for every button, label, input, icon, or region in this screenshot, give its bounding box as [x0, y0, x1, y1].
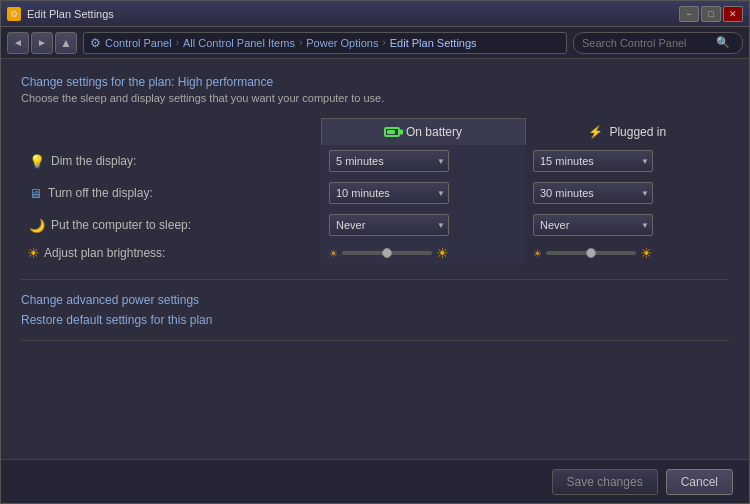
turnoff-label: 🖥 Turn off the display: — [29, 186, 313, 201]
battery-header-inner: On battery — [330, 125, 517, 139]
sleep-battery-select-wrap: Never 15 minutes 30 minutes ▼ — [329, 214, 449, 236]
turnoff-battery-cell: 10 minutes 15 minutes 30 minutes Never ▼ — [321, 177, 525, 209]
breadcrumb-icon: ⚙ — [90, 36, 101, 50]
table-row: ☀ Adjust plan brightness: ☀ ☀ ☀ — [21, 241, 729, 265]
nav-buttons: ◄ ► ▲ — [7, 32, 77, 54]
breadcrumb-item-1[interactable]: Control Panel — [105, 37, 172, 49]
breadcrumb-item-4: Edit Plan Settings — [390, 37, 477, 49]
breadcrumb-sep-1: › — [176, 37, 179, 48]
close-button[interactable]: ✕ — [723, 6, 743, 22]
title-bar: ⚙ Edit Plan Settings − □ ✕ — [1, 1, 749, 27]
brightness-plugged-track — [546, 251, 636, 255]
up-button[interactable]: ▲ — [55, 32, 77, 54]
breadcrumb-item-2[interactable]: All Control Panel Items — [183, 37, 295, 49]
brightness-battery-cell: ☀ ☀ — [321, 241, 525, 265]
brightness-battery-track — [342, 251, 432, 255]
dim-display-plugged-cell: 15 minutes 30 minutes Never ▼ — [525, 145, 729, 177]
plan-subtitle2: Choose the sleep and display settings th… — [21, 92, 729, 104]
dim-display-battery-select[interactable]: 5 minutes 10 minutes 15 minutes Never — [329, 150, 449, 172]
dim-display-text: Dim the display: — [51, 154, 136, 168]
search-box: 🔍 — [573, 32, 743, 54]
brightness-battery-thumb[interactable] — [382, 248, 392, 258]
forward-button[interactable]: ► — [31, 32, 53, 54]
battery-icon — [384, 127, 400, 137]
pluggedin-header-label: Plugged in — [609, 125, 666, 139]
pluggedin-header-inner: ⚡ Plugged in — [534, 125, 722, 139]
table-row: 🖥 Turn off the display: 10 minutes 15 mi… — [21, 177, 729, 209]
footer: Save changes Cancel — [1, 459, 749, 503]
brightness-label: ☀ Adjust plan brightness: — [27, 245, 315, 261]
sleep-label: 🌙 Put the computer to sleep: — [29, 218, 313, 233]
brightness-label-cell: ☀ Adjust plan brightness: — [21, 241, 321, 265]
dim-display-plugged-select-wrap: 15 minutes 30 minutes Never ▼ — [533, 150, 653, 172]
turnoff-plugged-select[interactable]: 30 minutes Never — [533, 182, 653, 204]
brightness-plugged-slider: ☀ ☀ — [533, 245, 653, 261]
brightness-battery-slider: ☀ ☀ — [329, 245, 449, 261]
links-section: Change advanced power settings Restore d… — [21, 279, 729, 341]
dim-display-battery-select-wrap: 5 minutes 10 minutes 15 minutes Never ▼ — [329, 150, 449, 172]
table-row: 🌙 Put the computer to sleep: Never 15 mi… — [21, 209, 729, 241]
breadcrumb-sep-2: › — [299, 37, 302, 48]
dim-display-battery-cell: 5 minutes 10 minutes 15 minutes Never ▼ — [321, 145, 525, 177]
main-content: Change settings for the plan: High perfo… — [1, 59, 749, 459]
search-icon: 🔍 — [716, 36, 730, 49]
window-icon: ⚙ — [7, 7, 21, 21]
sleep-label-cell: 🌙 Put the computer to sleep: — [21, 209, 321, 241]
brightness-plugged-min-icon: ☀ — [533, 248, 542, 259]
brightness-plugged-thumb[interactable] — [586, 248, 596, 258]
title-bar-left: ⚙ Edit Plan Settings — [7, 7, 114, 21]
brightness-plugged-cell: ☀ ☀ — [525, 241, 729, 265]
minimize-button[interactable]: − — [679, 6, 699, 22]
plan-subtitle: Change settings for the plan: High perfo… — [21, 75, 729, 89]
sleep-battery-cell: Never 15 minutes 30 minutes ▼ — [321, 209, 525, 241]
header-empty — [21, 119, 321, 146]
table-header-row: On battery ⚡ Plugged in — [21, 119, 729, 146]
turnoff-battery-select-wrap: 10 minutes 15 minutes 30 minutes Never ▼ — [329, 182, 449, 204]
maximize-button[interactable]: □ — [701, 6, 721, 22]
restore-defaults-link[interactable]: Restore default settings for this plan — [21, 310, 729, 330]
battery-header-label: On battery — [406, 125, 462, 139]
window-title: Edit Plan Settings — [27, 8, 114, 20]
pluggedin-header-cell: ⚡ Plugged in — [525, 119, 729, 146]
sleep-plugged-select[interactable]: Never 30 minutes — [533, 214, 653, 236]
brightness-icon: ☀ — [27, 245, 40, 261]
settings-table: On battery ⚡ Plugged in 💡 Dim the displa… — [21, 118, 729, 265]
breadcrumb-sep-3: › — [382, 37, 385, 48]
table-row: 💡 Dim the display: 5 minutes 10 minutes … — [21, 145, 729, 177]
brightness-plugged-max-icon: ☀ — [640, 245, 653, 261]
brightness-min-icon: ☀ — [329, 248, 338, 259]
dim-display-label: 💡 Dim the display: — [29, 154, 313, 169]
plugged-icon: ⚡ — [588, 125, 603, 139]
brightness-max-icon: ☀ — [436, 245, 449, 261]
turnoff-icon: 🖥 — [29, 186, 42, 201]
address-bar: ◄ ► ▲ ⚙ Control Panel › All Control Pane… — [1, 27, 749, 59]
title-bar-controls: − □ ✕ — [679, 6, 743, 22]
save-button[interactable]: Save changes — [552, 469, 658, 495]
turnoff-text: Turn off the display: — [48, 186, 153, 200]
sleep-battery-select[interactable]: Never 15 minutes 30 minutes — [329, 214, 449, 236]
turnoff-plugged-select-wrap: 30 minutes Never ▼ — [533, 182, 653, 204]
sleep-icon: 🌙 — [29, 218, 45, 233]
sleep-plugged-cell: Never 30 minutes ▼ — [525, 209, 729, 241]
sleep-plugged-select-wrap: Never 30 minutes ▼ — [533, 214, 653, 236]
breadcrumb-item-3[interactable]: Power Options — [306, 37, 378, 49]
back-button[interactable]: ◄ — [7, 32, 29, 54]
search-input[interactable] — [582, 37, 712, 49]
main-window: ⚙ Edit Plan Settings − □ ✕ ◄ ► ▲ ⚙ Contr… — [0, 0, 750, 504]
breadcrumb: ⚙ Control Panel › All Control Panel Item… — [83, 32, 567, 54]
cancel-button[interactable]: Cancel — [666, 469, 733, 495]
turnoff-plugged-cell: 30 minutes Never ▼ — [525, 177, 729, 209]
change-advanced-link[interactable]: Change advanced power settings — [21, 290, 729, 310]
battery-fill — [387, 130, 395, 134]
turnoff-battery-select[interactable]: 10 minutes 15 minutes 30 minutes Never — [329, 182, 449, 204]
sleep-text: Put the computer to sleep: — [51, 218, 191, 232]
brightness-text: Adjust plan brightness: — [44, 246, 165, 260]
battery-header-cell: On battery — [321, 119, 525, 146]
dim-display-label-cell: 💡 Dim the display: — [21, 145, 321, 177]
dim-display-icon: 💡 — [29, 154, 45, 169]
turnoff-label-cell: 🖥 Turn off the display: — [21, 177, 321, 209]
dim-display-plugged-select[interactable]: 15 minutes 30 minutes Never — [533, 150, 653, 172]
